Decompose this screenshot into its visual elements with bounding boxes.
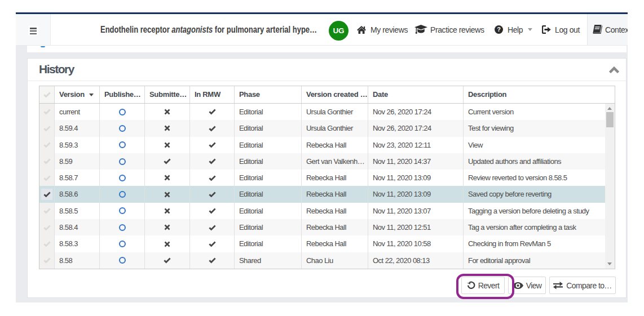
svg-text:?: ? xyxy=(497,26,501,33)
